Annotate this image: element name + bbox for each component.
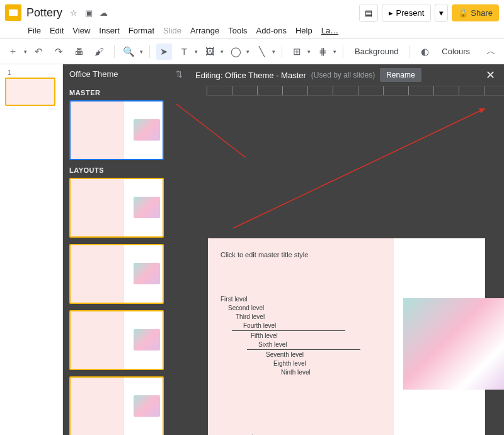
play-icon: ▸	[389, 8, 393, 18]
chevron-down-icon: ▾	[195, 49, 198, 55]
move-icon[interactable]: ▣	[85, 8, 93, 18]
redo-button[interactable]: ↷	[51, 44, 67, 60]
menu-slide[interactable]: Slide	[163, 26, 181, 35]
chevron-down-icon: ▾	[140, 49, 143, 55]
master-section-label: MASTER	[69, 89, 183, 96]
theme-colours-icon: ◐	[416, 44, 433, 60]
close-icon[interactable]: ✕	[483, 68, 498, 82]
slide-editor: Editing: Office Theme - Master (Used by …	[189, 64, 504, 435]
layout-thumbnail[interactable]	[69, 376, 164, 435]
star-icon[interactable]: ☆	[70, 8, 77, 18]
menu-help[interactable]: Help	[295, 26, 312, 35]
slide-number: 1	[5, 69, 57, 76]
menu-format[interactable]: Format	[129, 26, 154, 35]
guides-tool[interactable]: ⋕	[314, 44, 331, 60]
chevron-down-icon: ▾	[307, 49, 311, 55]
background-button[interactable]: Background	[350, 47, 403, 56]
zoom-button[interactable]: 🔍	[121, 44, 137, 60]
lock-icon: 🔒	[458, 8, 468, 18]
undo-button[interactable]: ↶	[31, 44, 47, 60]
select-tool[interactable]: ➤	[156, 44, 173, 60]
theme-panel-sort-icon[interactable]: ⇅	[176, 69, 183, 79]
print-button[interactable]: 🖶	[71, 44, 88, 60]
placeholder-tool[interactable]: ⊞	[289, 44, 305, 60]
horizontal-ruler	[207, 86, 504, 96]
rename-button[interactable]: Rename	[380, 68, 421, 82]
menu-view[interactable]: View	[72, 26, 90, 35]
master-thumbnail[interactable]	[69, 100, 164, 160]
layout-thumbnail[interactable]	[69, 178, 164, 238]
document-title[interactable]: Pottery	[26, 6, 62, 20]
textbox-tool[interactable]: T	[176, 44, 192, 60]
layout-thumbnail[interactable]	[69, 244, 164, 304]
menu-insert[interactable]: Insert	[99, 26, 120, 35]
menu-la[interactable]: La…	[321, 26, 338, 35]
filmstrip: 1	[0, 64, 63, 435]
master-title-placeholder[interactable]: Click to edit master title style	[220, 251, 308, 258]
new-slide-button[interactable]: ＋	[5, 44, 21, 60]
layouts-section-label: LAYOUTS	[69, 166, 183, 174]
paint-format-button[interactable]: 🖌	[91, 44, 108, 60]
chevron-down-icon: ▾	[246, 49, 249, 55]
chevron-down-icon: ▾	[24, 49, 27, 55]
cloud-icon[interactable]: ☁	[100, 8, 108, 18]
menu-file[interactable]: File	[28, 26, 41, 35]
slide-thumbnail[interactable]	[5, 78, 55, 106]
menu-bar: FileEditViewInsertFormatSlideArrangeTool…	[0, 23, 504, 39]
present-dropdown[interactable]: ▾	[435, 4, 448, 22]
master-slide-canvas[interactable]: Click to edit master title style First l…	[208, 238, 485, 435]
menu-edit[interactable]: Edit	[50, 26, 64, 35]
chevron-down-icon: ▾	[272, 49, 275, 55]
slide-image	[403, 298, 504, 390]
editing-label: Editing: Office Theme - Master	[195, 71, 306, 80]
line-tool[interactable]: ╲	[253, 44, 270, 60]
layout-thumbnail[interactable]	[69, 310, 164, 370]
collapse-toolbar-icon[interactable]: ︿	[483, 44, 499, 60]
share-label: Share	[471, 8, 493, 18]
toolbar: ＋▾ ↶ ↷ 🖶 🖌 🔍▾ ➤ T▾ 🖼▾ ◯▾ ╲▾ ⊞▾ ⋕▾ Backgr…	[0, 39, 504, 64]
chevron-down-icon: ▾	[220, 49, 224, 55]
comments-icon: ▤	[365, 8, 372, 18]
share-button[interactable]: 🔒 Share	[452, 4, 499, 21]
present-button[interactable]: ▸ Present	[382, 4, 431, 22]
text-levels-placeholder[interactable]: First levelSecond levelThird levelFourth…	[220, 295, 378, 377]
slides-logo[interactable]	[5, 4, 21, 21]
comments-button[interactable]: ▤	[359, 4, 378, 22]
present-label: Present	[396, 8, 424, 18]
menu-addons[interactable]: Add-ons	[256, 26, 287, 35]
shape-tool[interactable]: ◯	[227, 44, 244, 60]
theme-panel: Office Theme ⇅ MASTER LAYOUTS	[63, 64, 189, 435]
image-tool[interactable]: 🖼	[202, 44, 218, 60]
chevron-down-icon: ▾	[333, 49, 336, 55]
menu-tools[interactable]: Tools	[228, 26, 247, 35]
colours-button[interactable]: Colours	[437, 47, 475, 56]
menu-arrange[interactable]: Arrange	[190, 26, 219, 35]
used-by-label: (Used by all slides)	[311, 71, 375, 79]
theme-panel-title: Office Theme	[69, 69, 118, 79]
